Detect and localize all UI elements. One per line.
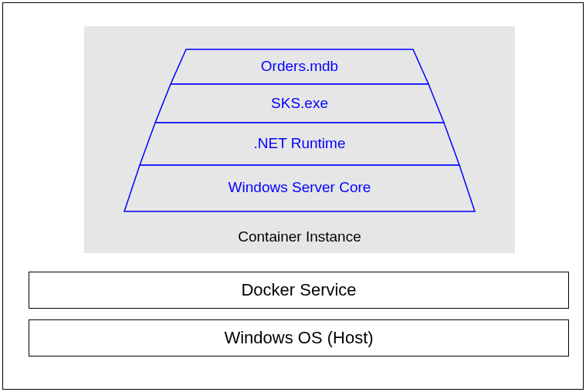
layer-3-shape bbox=[124, 165, 475, 211]
host-os-label: Windows OS (Host) bbox=[224, 328, 373, 348]
layer-0-shape bbox=[171, 49, 428, 84]
layer-1-shape bbox=[155, 84, 444, 123]
layer-2-shape bbox=[140, 123, 459, 165]
host-os-row: Windows OS (Host) bbox=[29, 319, 569, 357]
container-instance-label: Container Instance bbox=[84, 228, 515, 245]
container-instance-panel: Orders.mdb SKS.exe .NET Runtime Windows … bbox=[84, 26, 515, 253]
diagram-frame: Orders.mdb SKS.exe .NET Runtime Windows … bbox=[2, 2, 584, 390]
docker-service-row: Docker Service bbox=[29, 272, 569, 309]
docker-service-label: Docker Service bbox=[241, 280, 356, 300]
trapezoid-stack bbox=[84, 26, 515, 253]
